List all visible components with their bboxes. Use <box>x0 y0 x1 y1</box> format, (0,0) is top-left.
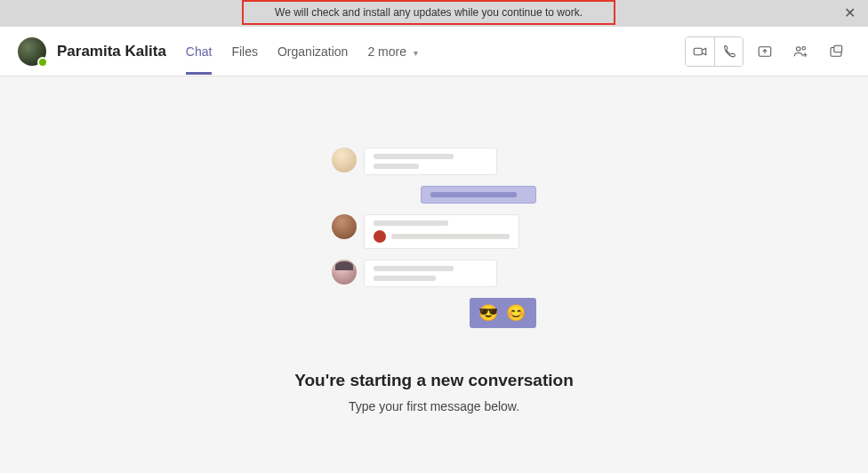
illus-text-line <box>391 234 510 239</box>
svg-point-2 <box>797 46 801 51</box>
svg-point-3 <box>802 46 805 49</box>
illus-text-line <box>374 266 454 271</box>
illus-row <box>332 148 536 175</box>
tab-more[interactable]: 2 more ▾ <box>367 44 417 75</box>
header-tabs: Chat Files Organization 2 more ▾ <box>186 36 418 67</box>
illus-text-line <box>430 192 517 197</box>
illus-bubble <box>364 148 497 175</box>
svg-rect-0 <box>694 48 702 55</box>
phone-icon <box>721 44 737 60</box>
illus-row <box>332 260 536 287</box>
header-actions <box>685 36 850 67</box>
illus-text-line <box>374 154 454 159</box>
chat-header: Paramita Kalita Chat Files Organization … <box>0 27 868 76</box>
illus-text-line <box>374 220 448 226</box>
pop-out-button[interactable] <box>822 37 850 66</box>
illus-row <box>332 186 536 204</box>
tab-more-label: 2 more <box>367 44 406 59</box>
call-button-group <box>685 36 743 67</box>
tab-organization[interactable]: Organization <box>277 44 348 75</box>
add-people-button[interactable] <box>786 37 815 66</box>
illus-avatar-icon <box>332 214 357 239</box>
tab-chat[interactable]: Chat <box>186 44 213 75</box>
illus-text-line <box>374 276 436 281</box>
illus-bubble <box>364 260 497 287</box>
illus-text-line <box>374 164 419 169</box>
update-message-highlight: We will check and install any updates wh… <box>242 0 615 25</box>
tab-files[interactable]: Files <box>231 44 258 75</box>
share-screen-button[interactable] <box>751 37 779 66</box>
illus-bubble-self <box>421 186 536 204</box>
update-notification-bar: We will check and install any updates wh… <box>0 0 868 27</box>
illus-attachment-icon <box>374 230 386 243</box>
illus-emoji-bubble: 😎 😊 <box>470 298 536 328</box>
conversation-illustration: 😎 😊 <box>332 148 536 328</box>
illus-row: 😎 😊 <box>332 298 536 328</box>
share-screen-icon <box>757 44 773 60</box>
illus-attachment-row <box>374 230 510 243</box>
contact-name: Paramita Kalita <box>57 43 166 60</box>
illus-avatar-icon <box>332 260 357 285</box>
illus-avatar-icon <box>332 148 357 172</box>
people-add-icon <box>792 44 808 60</box>
empty-chat-content: 😎 😊 You're starting a new conversation T… <box>0 76 868 413</box>
empty-state-title: You're starting a new conversation <box>294 371 574 390</box>
video-icon <box>692 44 708 60</box>
empty-state-subtitle: Type your first message below. <box>349 399 519 413</box>
illus-row <box>332 214 536 249</box>
video-call-button[interactable] <box>686 37 714 66</box>
illus-bubble <box>364 214 519 249</box>
update-message-text: We will check and install any updates wh… <box>275 6 583 19</box>
close-icon[interactable]: ✕ <box>844 4 856 21</box>
chevron-down-icon: ▾ <box>414 48 418 58</box>
contact-avatar[interactable] <box>18 37 46 66</box>
audio-call-button[interactable] <box>714 37 743 66</box>
svg-rect-5 <box>834 45 842 52</box>
presence-available-icon <box>37 57 48 68</box>
pop-out-icon <box>828 44 844 60</box>
